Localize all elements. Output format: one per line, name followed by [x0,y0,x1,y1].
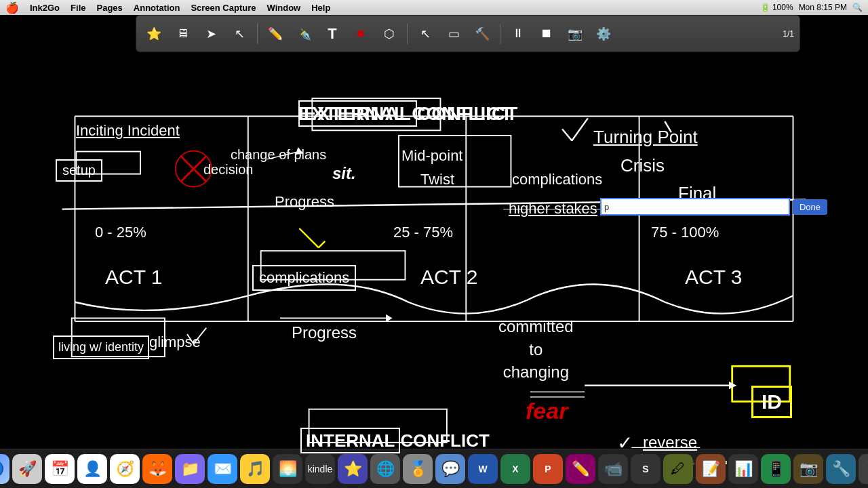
progress-upper-text: Progress [275,193,334,211]
higher-stakes-text: higher stakes [509,200,597,218]
file-menu-item[interactable]: File [71,3,85,13]
apple-menu[interactable]: 🍎 [5,1,19,14]
dock-app5[interactable]: 📷 [793,454,823,484]
living-identity-label: living w/ identity [58,339,144,356]
done-button[interactable]: Done [793,199,827,215]
menubar: 🍎 Ink2Go File Pages Annotation Screen Ca… [0,0,868,15]
screencapture-menu-item[interactable]: Screen Capture [191,3,256,13]
dock-calendar[interactable]: 📅 [45,454,75,484]
dock-scrivener[interactable]: S [631,454,660,484]
pointer-tool[interactable]: ↖ [227,22,252,46]
svg-line-20 [299,228,318,247]
dock-app2[interactable]: 🖊 [663,454,693,484]
app-menu-item[interactable]: Ink2Go [30,3,60,13]
percent-0-25-text: 0 - 25% [95,224,146,241]
pen-tool[interactable]: ✏️ [263,22,288,46]
external-text-box: EXTERNAL [298,100,417,127]
text-input[interactable] [600,198,790,216]
percent-25-75-text: 25 - 75% [393,224,453,241]
help-menu-item[interactable]: Help [311,3,330,13]
time-display: Mon 8:15 PM [799,3,847,12]
stop-btn[interactable]: ⏹ [534,22,559,46]
dock-safari[interactable]: 🧭 [110,454,140,484]
svg-line-24 [562,129,572,140]
percent-75-100-text: 75 - 100% [651,224,719,241]
dock-trash[interactable]: 🗑 [859,454,868,484]
complications-lower-text: complications [252,265,356,291]
decision-text: decision [203,162,253,178]
pages-menu-item[interactable]: Pages [96,3,122,13]
eraser-tool[interactable]: ⬡ [377,22,401,46]
dock-app4[interactable]: 📊 [728,454,758,484]
dock-ink2go[interactable]: ✏️ [566,454,595,484]
svg-line-25 [572,118,588,140]
search-icon[interactable]: 🔍 [852,3,863,12]
dock-excel[interactable]: X [500,454,530,484]
change-of-plans-text: change of plans [231,147,326,163]
living-identity-text: living w/ identity [53,336,149,359]
window-menu-item[interactable]: Window [267,3,300,13]
id-box: ID [751,386,792,418]
setup-text: setup [56,159,102,182]
hammer-tool[interactable]: 🔨 [470,22,494,46]
dock-badge[interactable]: 🏅 [403,454,433,484]
dock-music[interactable]: 🎵 [240,454,270,484]
page-indicator: 1/1 [783,29,794,39]
dock-ppt[interactable]: P [533,454,563,484]
turning-point-text: Turning Point [593,127,698,148]
text-tool[interactable]: T [320,22,344,46]
dock-earth[interactable]: 🌐 [370,454,400,484]
committed-text: committedtochanging [498,315,574,384]
dock-launchpad[interactable]: 🚀 [12,454,42,484]
toolbar: ⭐ 🖥 ➤ ↖ ✏️ ✒️ T ■ ⬡ ↖ ▭ 🔨 ⏸ ⏹ 📷 ⚙️ 1/1 [136,15,800,52]
progress-lower-text: Progress [292,323,357,342]
dock: 🔵 🚀 📅 👤 🧭 🦊 📁 ✉️ 🎵 🌅 kindle ⭐ 🌐 🏅 💬 W X … [0,449,868,488]
pause-btn[interactable]: ⏸ [506,22,530,46]
annotation-menu-item[interactable]: Annotation [134,3,180,13]
arrow-tool[interactable]: ➤ [199,22,223,46]
dock-photos[interactable]: 🌅 [273,454,302,484]
svg-line-21 [319,241,325,247]
toolbar-separator-3 [500,24,500,44]
dock-chat[interactable]: 💬 [435,454,465,484]
input-overlay: Done [600,198,827,216]
screen-tool[interactable]: 🖥 [170,22,195,46]
battery-indicator: 🔋 100% [760,3,793,12]
act2-text: ACT 2 [420,266,477,289]
dock-word[interactable]: W [468,454,498,484]
menubar-right: 🔋 100% Mon 8:15 PM 🔍 [760,3,863,12]
act3-text: ACT 3 [685,266,742,289]
dock-mail[interactable]: ✉️ [208,454,237,484]
dock-files[interactable]: 📁 [175,454,205,484]
shape-tool[interactable]: ■ [349,22,373,46]
camera-btn[interactable]: 📷 [563,22,587,46]
dock-app3[interactable]: 📝 [696,454,726,484]
dock-star[interactable]: ⭐ [338,454,368,484]
settings-btn[interactable]: ⚙️ [591,22,616,46]
conflict-label: CONFLICT [400,430,489,451]
crisis-text: Crisis [620,155,665,176]
toolbar-separator-2 [407,24,408,44]
conflict-text: CONFLICT [417,103,519,124]
twist-text: Twist [420,171,454,188]
complications-upper-text: complications [512,171,602,188]
dock-kindle[interactable]: kindle [305,454,335,484]
star-tool[interactable]: ⭐ [142,22,166,46]
rectangle-tool[interactable]: ▭ [441,22,466,46]
dock-firefox[interactable]: 🦊 [142,454,172,484]
canvas: EXTERNAL CONFLICT EXTERNALCONFLICT Incit… [0,52,868,464]
midpoint-text: Mid-point [401,147,462,165]
dock-finder[interactable]: 🔵 [0,454,9,484]
dock-facetime[interactable]: 📱 [761,454,791,484]
highlight-tool[interactable]: ✒️ [292,22,316,46]
act1-text: ACT 1 [105,266,162,289]
dock-screen-rec[interactable]: 📹 [598,454,628,484]
select-tool[interactable]: ↖ [413,22,437,46]
fear-text: fear [526,398,568,424]
dock-app6[interactable]: 🔧 [826,454,856,484]
inciting-incident-text: Inciting Incident [76,122,180,140]
toolbar-separator [257,24,258,44]
dock-contacts[interactable]: 👤 [77,454,107,484]
sit-text: sit. [332,164,356,183]
glimpse-text: glimpse [149,333,201,351]
